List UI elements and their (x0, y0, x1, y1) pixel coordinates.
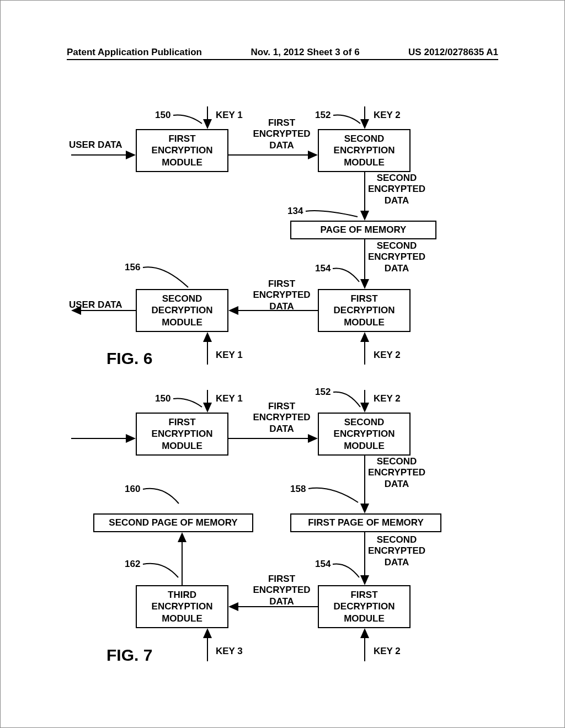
fig7-arrows (1, 1, 565, 728)
patent-page: Patent Application Publication Nov. 1, 2… (0, 0, 565, 728)
